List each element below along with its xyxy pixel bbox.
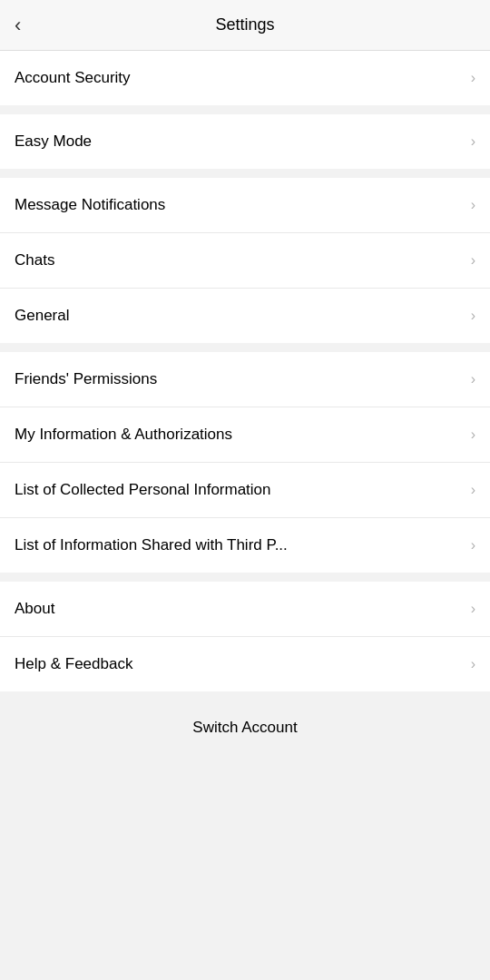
switch-account-section: Switch Account [0, 701, 490, 755]
chevron-icon: › [471, 197, 475, 213]
menu-item-collected-info[interactable]: List of Collected Personal Information › [0, 463, 490, 518]
chevron-icon: › [471, 537, 475, 554]
menu-item-general[interactable]: General › [0, 289, 490, 343]
section-communication: Message Notifications › Chats › General … [0, 178, 490, 343]
about-label: About [15, 600, 54, 618]
switch-account-button[interactable]: Switch Account [192, 719, 297, 737]
chevron-icon: › [471, 371, 475, 387]
section-security: Account Security › [0, 51, 490, 105]
chevron-icon: › [471, 308, 475, 324]
menu-item-shared-info[interactable]: List of Information Shared with Third P.… [0, 518, 490, 573]
chats-label: Chats [15, 251, 54, 270]
friends-permissions-label: Friends' Permissions [15, 370, 157, 388]
menu-item-message-notifications[interactable]: Message Notifications › [0, 178, 490, 233]
section-support: About › Help & Feedback › [0, 582, 490, 691]
account-security-label: Account Security [15, 69, 131, 87]
menu-item-about[interactable]: About › [0, 582, 490, 637]
section-privacy: Friends' Permissions › My Information & … [0, 352, 490, 573]
my-information-label: My Information & Authorizations [15, 426, 232, 444]
menu-item-my-information[interactable]: My Information & Authorizations › [0, 407, 490, 463]
page-title: Settings [215, 15, 274, 34]
menu-item-help-feedback[interactable]: Help & Feedback › [0, 637, 490, 691]
help-feedback-label: Help & Feedback [15, 655, 132, 673]
header: ‹ Settings [0, 0, 490, 51]
menu-item-chats[interactable]: Chats › [0, 233, 490, 289]
chevron-icon: › [471, 133, 475, 150]
easy-mode-label: Easy Mode [15, 132, 92, 151]
message-notifications-label: Message Notifications [15, 196, 165, 214]
section-mode: Easy Mode › [0, 114, 490, 169]
chevron-icon: › [471, 601, 475, 617]
menu-item-friends-permissions[interactable]: Friends' Permissions › [0, 352, 490, 407]
chevron-icon: › [471, 482, 475, 498]
chevron-icon: › [471, 70, 475, 86]
back-button[interactable]: ‹ [15, 15, 21, 35]
menu-item-account-security[interactable]: Account Security › [0, 51, 490, 105]
chevron-icon: › [471, 656, 475, 672]
menu-item-easy-mode[interactable]: Easy Mode › [0, 114, 490, 169]
general-label: General [15, 307, 69, 325]
chevron-icon: › [471, 252, 475, 269]
chevron-icon: › [471, 426, 475, 443]
shared-info-label: List of Information Shared with Third P.… [15, 536, 288, 554]
collected-info-label: List of Collected Personal Information [15, 481, 271, 499]
